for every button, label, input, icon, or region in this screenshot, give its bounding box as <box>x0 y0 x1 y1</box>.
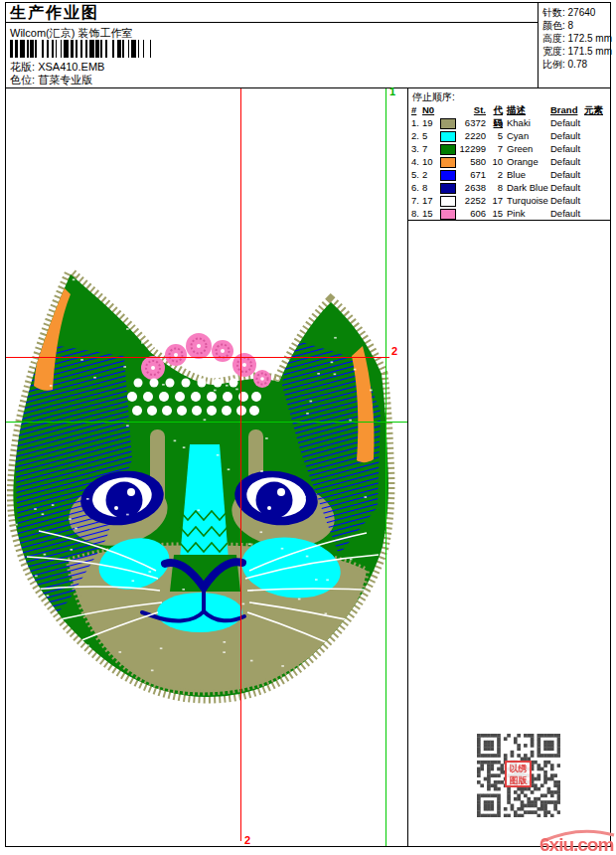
thread-swatch-cell <box>437 155 458 168</box>
thread-swatch <box>440 144 456 155</box>
thread-brand: Default <box>548 168 582 181</box>
site-watermark: 6xiu.com <box>539 824 616 854</box>
origin-line-horizontal <box>6 357 389 358</box>
thread-swatch <box>440 118 456 129</box>
thread-swatch <box>440 157 456 168</box>
stop-sequence-row: 7. 17 2252 17 Turquoise Default <box>408 194 610 207</box>
thread-swatch-cell <box>437 129 458 142</box>
flower <box>186 333 212 359</box>
hoop-line-vertical <box>385 88 386 846</box>
thread-description: Khaki <box>503 116 548 129</box>
thread-swatch-cell <box>437 168 458 181</box>
needle-number: 19 <box>422 116 437 129</box>
stitch-count: 2220 <box>458 129 486 142</box>
row-index: 5. <box>411 168 422 181</box>
stop-sequence-row: 2. 5 2220 5 Cyan Default <box>408 129 610 142</box>
marker-2-bottom: 2 <box>244 835 250 846</box>
thread-brand: Default <box>548 129 582 142</box>
thread-swatch-cell <box>437 194 458 207</box>
thread-code: 19 <box>486 116 503 129</box>
thread-code: 8 <box>486 181 503 194</box>
needle-number: 17 <box>422 194 437 207</box>
header-band: 生产作业图 Wilcom(汇京) 装饰工作室 花版: XSA410.EMB 色位… <box>6 3 610 88</box>
row-index: 2. <box>411 129 422 142</box>
stitch-count: 2252 <box>458 194 486 207</box>
stop-sequence-title: 停止顺序: <box>408 90 610 103</box>
thread-brand: Default <box>548 116 582 129</box>
thread-element <box>582 181 610 194</box>
stitch-count: 6372 <box>458 116 486 129</box>
needle-number: 7 <box>422 142 437 155</box>
thread-element <box>582 207 610 220</box>
stop-sequence-row: 8. 15 606 15 Pink Default <box>408 207 610 220</box>
thread-element <box>582 155 610 168</box>
thread-brand: Default <box>548 155 582 168</box>
thread-description: Orange <box>503 155 548 168</box>
needle-number: 15 <box>422 207 437 220</box>
row-index: 7. <box>411 194 422 207</box>
thread-swatch <box>440 183 456 194</box>
thread-brand: Default <box>548 207 582 220</box>
marker-1: 1 <box>389 86 395 97</box>
marker-2-right: 2 <box>391 346 397 357</box>
thread-swatch <box>440 170 456 181</box>
stitch-count: 580 <box>458 155 486 168</box>
stat-height: 高度: 172.5 mm <box>542 32 608 45</box>
stitch-count: 606 <box>458 207 486 220</box>
origin-line-vertical <box>240 88 241 841</box>
stop-sequence-rows: 1. 19 6372 19 Khaki Default 2. 5 2220 5 … <box>408 116 610 220</box>
thread-swatch-cell <box>437 181 458 194</box>
thread-element <box>582 194 610 207</box>
stats-list: 针数: 27640 颜色: 8 高度: 172.5 mm 宽度: 171.5 m… <box>542 6 608 71</box>
row-index: 3. <box>411 142 422 155</box>
colorway-label: 色位: <box>10 74 35 86</box>
watermark-text: 6xiu.com <box>539 834 613 854</box>
thread-description: Pink <box>503 207 548 220</box>
chin-cyan <box>157 593 242 632</box>
row-index: 6. <box>411 181 422 194</box>
flower <box>141 356 165 380</box>
colorway-value: 苜菜专业版 <box>38 74 92 86</box>
row-index: 4. <box>411 155 422 168</box>
stitch-count: 12299 <box>458 142 486 155</box>
row-index: 1. <box>411 116 422 129</box>
barcode <box>10 40 151 58</box>
stop-sequence-row: 4. 10 580 10 Orange Default <box>408 155 610 168</box>
needle-number: 8 <box>422 181 437 194</box>
embroidery-design-cat <box>9 262 398 702</box>
pattern-label: 花版: <box>10 61 35 73</box>
thread-element <box>582 142 610 155</box>
flower <box>253 370 271 388</box>
needle-number: 5 <box>422 129 437 142</box>
stop-sequence-row: 6. 8 2638 8 Dark Blue Default <box>408 181 610 194</box>
needle-number: 2 <box>422 168 437 181</box>
thread-code: 15 <box>486 207 503 220</box>
design-canvas: 1 2 2 <box>6 88 407 846</box>
stop-sequence-row: 5. 2 671 2 Blue Default <box>408 168 610 181</box>
flower <box>212 340 233 362</box>
worksheet-page: 生产作业图 Wilcom(汇京) 装饰工作室 花版: XSA410.EMB 色位… <box>5 2 611 847</box>
thread-swatch <box>440 209 456 220</box>
page-title: 生产作业图 <box>6 3 538 23</box>
thread-code: 2 <box>486 168 503 181</box>
thread-swatch-cell <box>437 116 458 129</box>
thread-swatch-cell <box>437 142 458 155</box>
header-left: 生产作业图 Wilcom(汇京) 装饰工作室 花版: XSA410.EMB 色位… <box>6 3 539 87</box>
stop-sequence-header: # N0 St. 代码 描述 Brand 元素 <box>408 103 610 116</box>
stat-stitches: 针数: 27640 <box>542 6 608 19</box>
thread-swatch <box>440 196 456 207</box>
thread-swatch-cell <box>437 207 458 220</box>
stat-colors: 颜色: 8 <box>542 19 608 32</box>
stitch-count: 2638 <box>458 181 486 194</box>
colorway-line: 色位: 苜菜专业版 <box>10 73 92 87</box>
thread-brand: Default <box>548 194 582 207</box>
thread-code: 17 <box>486 194 503 207</box>
thread-code: 10 <box>486 155 503 168</box>
stop-sequence-table: 停止顺序: # N0 St. 代码 描述 Brand 元素 1. 19 6372… <box>408 88 610 221</box>
thread-brand: Default <box>548 142 582 155</box>
qr-block: 以绣 图版 <box>477 734 560 817</box>
thread-element <box>582 129 610 142</box>
hoop-line-horizontal <box>6 422 407 423</box>
stop-sequence-row: 3. 7 12299 7 Green Default <box>408 142 610 155</box>
pattern-value: XSA410.EMB <box>38 61 104 73</box>
